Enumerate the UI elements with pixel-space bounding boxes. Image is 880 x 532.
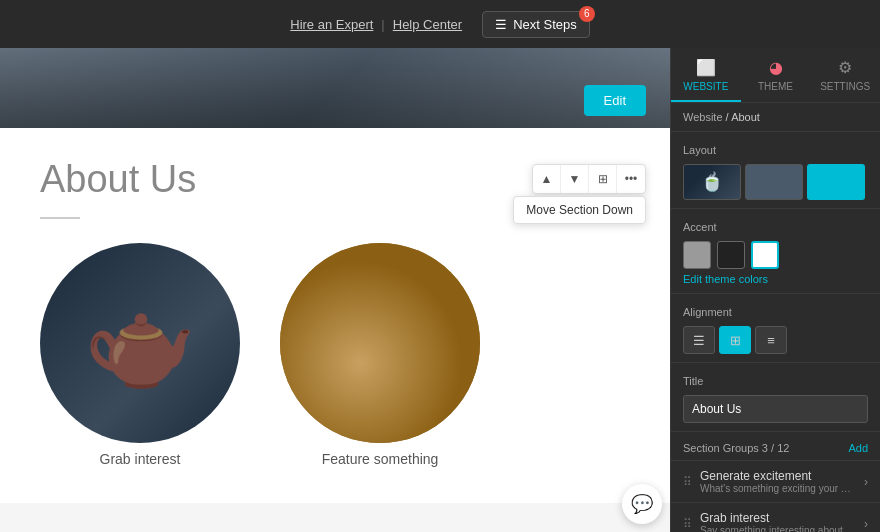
tab-website-label: WEBSITE xyxy=(683,81,728,92)
layout-thumb-1[interactable] xyxy=(683,164,741,200)
align-right-icon: ≡ xyxy=(767,333,775,348)
pottery-image xyxy=(280,243,480,443)
accent-row xyxy=(683,241,868,269)
drag-handle-1: ⠿ xyxy=(683,475,692,489)
tab-website[interactable]: ⬜ WEBSITE xyxy=(671,48,741,102)
layout-thumb-2[interactable] xyxy=(745,164,803,200)
drag-handle-2: ⠿ xyxy=(683,517,692,531)
section-group-item-1[interactable]: ⠿ Generate excitement What's something e… xyxy=(671,460,880,502)
accent-section: Accent Edit theme colors xyxy=(671,209,880,294)
next-steps-icon: ☰ xyxy=(495,17,507,32)
alignment-buttons: ☰ ⊞ ≡ xyxy=(683,326,868,354)
section-toolbar: ▲ ▼ ⊞ ••• xyxy=(532,164,646,194)
chat-bubble-button[interactable]: 💬 xyxy=(622,484,662,524)
title-input[interactable] xyxy=(683,395,868,423)
breadcrumb-parent[interactable]: Website xyxy=(683,111,723,123)
settings-icon: ⚙ xyxy=(838,58,852,77)
tab-theme[interactable]: ◕ THEME xyxy=(741,48,811,102)
tab-settings[interactable]: ⚙ SETTINGS xyxy=(810,48,880,102)
accent-swatch-gray[interactable] xyxy=(683,241,711,269)
group-text-2: Grab interest Say something interesting … xyxy=(700,511,856,532)
separator: | xyxy=(381,17,384,32)
group-arrow-1: › xyxy=(864,475,868,489)
tab-theme-label: THEME xyxy=(758,81,793,92)
top-bar-links: Hire an Expert | Help Center ☰ Next Step… xyxy=(290,11,589,38)
grid-button[interactable]: ⊞ xyxy=(589,165,617,193)
teapot-image xyxy=(40,243,240,443)
header-cta-button[interactable]: Edit xyxy=(584,85,646,116)
align-left-button[interactable]: ☰ xyxy=(683,326,715,354)
group-subtitle-1: What's something exciting your bu... xyxy=(700,483,856,494)
website-icon: ⬜ xyxy=(696,58,716,77)
align-right-button[interactable]: ≡ xyxy=(755,326,787,354)
layout-section: Layout xyxy=(671,132,880,209)
add-section-link[interactable]: Add xyxy=(848,442,868,454)
align-left-icon: ☰ xyxy=(693,333,705,348)
tab-settings-label: SETTINGS xyxy=(820,81,870,92)
section-group-item-2[interactable]: ⠿ Grab interest Say something interestin… xyxy=(671,502,880,532)
notification-badge: 6 xyxy=(579,6,595,22)
alignment-section: Alignment ☰ ⊞ ≡ xyxy=(671,294,880,363)
next-steps-label: Next Steps xyxy=(513,17,577,32)
help-center-link[interactable]: Help Center xyxy=(393,17,462,32)
title-label: Title xyxy=(683,375,868,387)
top-bar: Hire an Expert | Help Center ☰ Next Step… xyxy=(0,0,880,48)
canvas-area: Edit ▲ ▼ ⊞ ••• Move Section Down About U… xyxy=(0,48,670,532)
main-content: Edit ▲ ▼ ⊞ ••• Move Section Down About U… xyxy=(0,48,880,532)
next-steps-button[interactable]: ☰ Next Steps 6 xyxy=(482,11,590,38)
breadcrumb: Website / About xyxy=(671,103,880,132)
section-groups-header: Section Groups 3 / 12 Add xyxy=(671,432,880,460)
accent-label: Accent xyxy=(683,221,868,233)
group-title-1: Generate excitement xyxy=(700,469,856,483)
page-header-image: Edit xyxy=(0,48,670,128)
image-col-1: Grab interest xyxy=(40,243,240,467)
move-up-button[interactable]: ▲ xyxy=(533,165,561,193)
breadcrumb-current: About xyxy=(731,111,760,123)
hire-expert-link[interactable]: Hire an Expert xyxy=(290,17,373,32)
group-text-1: Generate excitement What's something exc… xyxy=(700,469,856,494)
chat-icon: 💬 xyxy=(631,493,653,515)
group-arrow-2: › xyxy=(864,517,868,531)
more-button[interactable]: ••• xyxy=(617,165,645,193)
group-subtitle-2: Say something interesting about y... xyxy=(700,525,856,532)
alignment-label: Alignment xyxy=(683,306,868,318)
edit-theme-link[interactable]: Edit theme colors xyxy=(683,273,868,285)
move-down-button[interactable]: ▼ xyxy=(561,165,589,193)
accent-swatch-dark[interactable] xyxy=(717,241,745,269)
layout-label: Layout xyxy=(683,144,868,156)
about-divider xyxy=(40,217,80,219)
image-col-2: Feature something xyxy=(280,243,480,467)
layout-thumbnails xyxy=(683,164,868,200)
section-groups-label: Section Groups 3 / 12 xyxy=(683,442,789,454)
accent-swatch-white[interactable] xyxy=(751,241,779,269)
title-section: Title xyxy=(671,363,880,432)
right-panel: ⬜ WEBSITE ◕ THEME ⚙ SETTINGS Website / A… xyxy=(670,48,880,532)
image-caption-2: Feature something xyxy=(322,451,439,467)
align-center-icon: ⊞ xyxy=(730,333,741,348)
align-center-button[interactable]: ⊞ xyxy=(719,326,751,354)
panel-tabs: ⬜ WEBSITE ◕ THEME ⚙ SETTINGS xyxy=(671,48,880,103)
layout-thumb-3[interactable] xyxy=(807,164,865,200)
theme-icon: ◕ xyxy=(769,58,783,77)
group-title-2: Grab interest xyxy=(700,511,856,525)
image-caption-1: Grab interest xyxy=(100,451,181,467)
move-tooltip: Move Section Down xyxy=(513,196,646,224)
images-row: Grab interest Feature something xyxy=(40,243,630,467)
